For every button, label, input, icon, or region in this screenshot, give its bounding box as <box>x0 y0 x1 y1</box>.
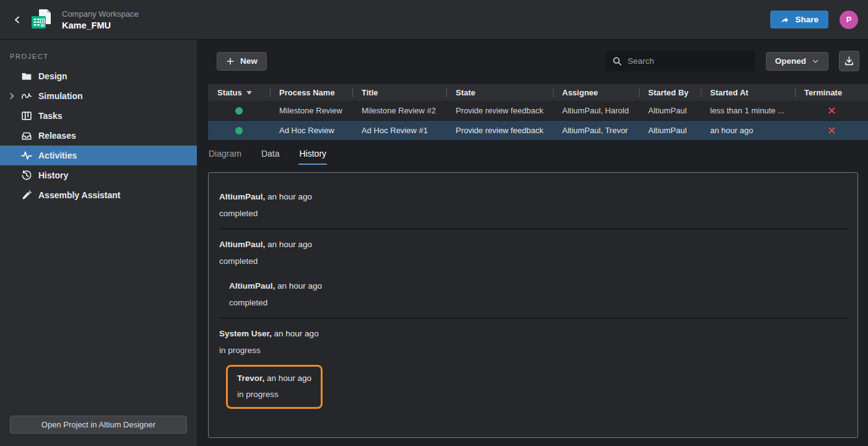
tab-diagram[interactable]: Diagram <box>208 149 242 165</box>
history-entry-header: AltiumPaul, an hour ago <box>219 192 848 201</box>
download-button[interactable] <box>839 51 859 71</box>
history-entry-status: completed <box>219 209 848 218</box>
table-header-row: StatusProcess NameTitleStateAssigneeStar… <box>208 84 868 101</box>
column-header-label: Started By <box>648 88 688 97</box>
column-header-started-at[interactable]: Started At <box>701 84 795 101</box>
project-file-icon <box>30 7 53 32</box>
history-entry-time: an hour ago <box>267 374 311 383</box>
sidebar-nav: DesignSimulationTasksReleasesActivitiesH… <box>0 66 197 205</box>
assignee-cell: AltiumPaul, Trevor <box>553 126 639 135</box>
sidebar-item-label: Assembly Assistant <box>38 190 121 200</box>
open-in-altium-designer-button[interactable]: Open Project in Altium Designer <box>10 416 187 434</box>
process-name-cell: Milestone Review <box>270 106 352 115</box>
sidebar-item-activities[interactable]: Activities <box>0 146 197 165</box>
search-box[interactable] <box>605 51 755 71</box>
chevron-down-icon <box>812 58 819 65</box>
sidebar-item-assembly-assistant[interactable]: Assembly Assistant <box>0 185 197 205</box>
column-header-label: State <box>456 88 475 97</box>
sidebar-item-design[interactable]: Design <box>0 66 197 86</box>
sidebar-item-label: Activities <box>38 151 77 160</box>
sidebar-item-releases[interactable]: Releases <box>0 126 197 146</box>
chevron-right-icon[interactable] <box>7 91 17 101</box>
tab-history[interactable]: History <box>298 149 327 165</box>
started-by-cell: AltiumPaul <box>639 126 701 135</box>
history-entry-time: an hour ago <box>267 240 312 249</box>
column-header-label: Terminate <box>804 88 842 97</box>
history-entry-header: System User, an hour ago <box>219 329 848 338</box>
column-header-status[interactable]: Status <box>208 84 270 101</box>
column-header-label: Process Name <box>279 88 335 97</box>
app-header: Company Workspace Kame_FMU Share P <box>0 0 868 40</box>
terminate-x-icon <box>828 107 836 115</box>
column-header-label: Status <box>217 88 242 97</box>
back-button[interactable] <box>10 12 25 27</box>
main-content: New Opened StatusProcess Nam <box>197 40 868 446</box>
table-body: Milestone ReviewMilestone Review #2Provi… <box>208 101 868 141</box>
opened-filter-dropdown[interactable]: Opened <box>766 52 828 71</box>
sidebar-item-history[interactable]: History <box>0 165 197 185</box>
project-name: Kame_FMU <box>62 20 139 30</box>
activities-table: StatusProcess NameTitleStateAssigneeStar… <box>208 84 868 141</box>
state-cell: Provide review feedback <box>446 106 553 115</box>
history-group: AltiumPaul, an hour agocompleted <box>219 192 848 218</box>
history-entry-author: AltiumPaul, <box>219 192 265 201</box>
table-row[interactable]: Milestone ReviewMilestone Review #2Provi… <box>208 101 868 121</box>
history-icon <box>21 170 32 181</box>
column-header-label: Title <box>362 88 378 97</box>
kanban-icon <box>21 110 32 121</box>
sidebar-item-label: History <box>38 170 68 180</box>
state-cell: Provide review feedback <box>446 126 553 135</box>
tab-data[interactable]: Data <box>261 149 280 165</box>
history-entry-highlighted[interactable]: Trevor, an hour agoin progress <box>226 365 323 409</box>
download-icon <box>844 56 854 66</box>
history-entry-time: an hour ago <box>277 281 322 291</box>
chevron-left-icon <box>12 15 22 25</box>
terminate-button[interactable] <box>827 125 837 136</box>
history-entry-header: AltiumPaul, an hour ago <box>229 281 848 291</box>
search-input[interactable] <box>628 56 749 66</box>
search-icon <box>612 56 622 66</box>
new-button[interactable]: New <box>217 52 267 71</box>
history-group-divider <box>219 229 848 229</box>
plus-icon <box>226 57 235 66</box>
column-header-label: Started At <box>710 88 749 97</box>
title-cell: Milestone Review #2 <box>352 106 446 115</box>
history-entry-time: an hour ago <box>274 329 319 338</box>
terminate-button[interactable] <box>827 105 837 116</box>
history-entry-header: AltiumPaul, an hour ago <box>219 240 848 249</box>
detail-tabs: DiagramDataHistory <box>208 149 327 165</box>
folder-icon <box>21 71 32 82</box>
workspace-label: Company Workspace <box>62 9 139 19</box>
history-entry-status: in progress <box>219 346 848 355</box>
status-active-dot <box>235 127 243 134</box>
new-button-label: New <box>240 56 258 66</box>
column-header-state[interactable]: State <box>446 84 553 101</box>
status-active-dot <box>235 107 243 115</box>
history-entry-status: completed <box>229 298 848 307</box>
column-header-terminate[interactable]: Terminate <box>795 84 868 101</box>
toolbar: New Opened <box>217 51 859 71</box>
history-entry: AltiumPaul, an hour agocompleted <box>219 192 848 218</box>
user-avatar[interactable]: P <box>840 11 858 29</box>
column-header-assignee[interactable]: Assignee <box>553 84 639 101</box>
sidebar-item-label: Design <box>38 71 67 81</box>
history-entry-author: Trevor, <box>237 374 264 383</box>
sidebar-item-label: Releases <box>38 131 76 141</box>
sidebar: PROJECT DesignSimulationTasksReleasesAct… <box>0 40 197 446</box>
column-header-process-name[interactable]: Process Name <box>270 84 352 101</box>
table-row[interactable]: Ad Hoc ReviewAd Hoc Review #1Provide rev… <box>208 121 868 141</box>
sidebar-section-label: PROJECT <box>10 53 197 60</box>
share-icon <box>780 15 789 24</box>
share-button-label: Share <box>795 15 818 24</box>
share-button[interactable]: Share <box>770 11 828 28</box>
history-panel: AltiumPaul, an hour agocompletedAltiumPa… <box>208 172 858 438</box>
history-group: System User, an hour agoin progressTrevo… <box>219 329 848 409</box>
history-entry-status: in progress <box>237 390 311 399</box>
history-entry-author: AltiumPaul, <box>219 240 265 249</box>
sidebar-item-tasks[interactable]: Tasks <box>0 106 197 126</box>
history-entry-time: an hour ago <box>267 192 312 201</box>
column-header-started-by[interactable]: Started By <box>639 84 701 101</box>
sidebar-item-simulation[interactable]: Simulation <box>0 86 197 106</box>
terminate-cell <box>795 105 868 116</box>
column-header-title[interactable]: Title <box>352 84 446 101</box>
